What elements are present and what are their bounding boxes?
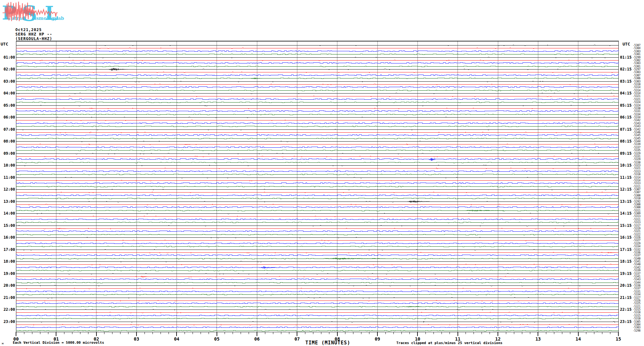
trace-offset-value: -5307 bbox=[633, 74, 640, 77]
psl-logo: P S L atras eismology ab bbox=[1, 0, 65, 24]
trace-offset-value: -5307 bbox=[633, 44, 640, 47]
hour-label-right: 21:15 bbox=[620, 295, 632, 300]
trace-offset-value: -5334 bbox=[633, 116, 640, 119]
utc-label-right: UTC bbox=[623, 42, 630, 46]
trace-offset-value: -5307 bbox=[633, 188, 640, 191]
trace-offset-value: -5302 bbox=[633, 59, 640, 62]
seismic-trace-row bbox=[16, 45, 618, 46]
seismic-trace-row bbox=[16, 120, 618, 121]
hour-label-left: 13:00 bbox=[4, 199, 15, 204]
seismic-trace-row bbox=[16, 195, 618, 195]
hour-label-left: 15:00 bbox=[4, 223, 15, 228]
trace-offset-value: -5313 bbox=[633, 182, 640, 185]
trace-offset-value: -5314 bbox=[633, 89, 640, 92]
seismic-trace-row bbox=[16, 279, 618, 280]
trace-offset-value: -5301 bbox=[633, 53, 640, 56]
trace-offset-value: -5339 bbox=[633, 269, 640, 272]
seismic-trace-row bbox=[16, 114, 618, 115]
seismic-trace-row bbox=[16, 324, 618, 325]
trace-offset-value: -5321 bbox=[633, 230, 640, 233]
trace-offset-value: -5336 bbox=[633, 251, 640, 254]
trace-offset-value: -5341 bbox=[633, 260, 640, 263]
seismic-trace-row bbox=[16, 297, 618, 298]
hour-label-right: 07:15 bbox=[620, 127, 632, 132]
hour-label-left: 22:00 bbox=[4, 307, 15, 312]
minute-label: 15 bbox=[616, 336, 621, 342]
seismic-trace-row bbox=[16, 225, 618, 226]
seismic-trace-row bbox=[16, 153, 618, 154]
seismic-trace-row bbox=[16, 72, 618, 73]
trace-offset-value: -5318 bbox=[633, 311, 640, 314]
trace-offset-value: -5337 bbox=[633, 287, 640, 290]
trace-offset-value: -5342 bbox=[633, 266, 640, 269]
seismic-trace-row bbox=[16, 219, 618, 219]
trace-offset-value: -5303 bbox=[633, 50, 640, 53]
trace-offset-value: -5321 bbox=[633, 167, 640, 170]
trace-offset-value: -5303 bbox=[633, 326, 640, 329]
seismic-trace-row bbox=[16, 327, 618, 328]
trace-offset-value: -5325 bbox=[633, 302, 640, 305]
hour-label-left: 23:00 bbox=[4, 319, 15, 324]
trace-offset-value: -5327 bbox=[633, 296, 640, 299]
trace-offset-value: -5324 bbox=[633, 104, 640, 107]
seismic-trace-row bbox=[16, 273, 618, 274]
seismic-trace-row bbox=[16, 81, 618, 82]
trace-offset-value: -5303 bbox=[633, 71, 640, 74]
hour-label-right: 01:15 bbox=[620, 55, 632, 60]
seismic-trace-row bbox=[16, 135, 618, 136]
trace-offset-value: -5311 bbox=[633, 185, 640, 188]
trace-offset-value: -5321 bbox=[633, 98, 640, 101]
hour-label-left: 18:00 bbox=[4, 259, 15, 264]
hour-label-left: 01:00 bbox=[4, 55, 15, 60]
trace-offset-value: -5342 bbox=[633, 128, 640, 131]
trace-offset-value: -5326 bbox=[633, 299, 640, 302]
trace-offset-value: -5304 bbox=[633, 47, 640, 50]
seismic-trace-row bbox=[16, 204, 618, 205]
hour-label-left: 07:00 bbox=[4, 127, 15, 132]
trace-offset-value: -5310 bbox=[633, 197, 640, 200]
trace-offset-value: -5301 bbox=[633, 65, 640, 68]
trace-offset-value: -5308 bbox=[633, 206, 640, 209]
hour-label-right: 08:15 bbox=[620, 139, 632, 144]
trace-offset-value: -5329 bbox=[633, 242, 640, 245]
seismic-trace-row bbox=[16, 75, 618, 75]
trace-offset-value: -5305 bbox=[633, 320, 640, 323]
trace-offset-value: -5334 bbox=[633, 293, 640, 296]
hour-label-left: 16:00 bbox=[4, 235, 15, 240]
helicorder-plot: 0001020304050607080910111213141501:0002:… bbox=[0, 0, 644, 346]
seismic-trace-row bbox=[16, 102, 618, 103]
logo-word-eismology: eismology bbox=[32, 16, 57, 21]
seismic-trace-row bbox=[16, 117, 618, 118]
seismic-trace-row bbox=[16, 252, 618, 253]
seismic-trace-row bbox=[16, 60, 618, 61]
seismic-event-burst bbox=[325, 258, 385, 260]
header-date: Oct21,2025 bbox=[15, 28, 42, 32]
seismic-trace-row bbox=[16, 183, 618, 184]
seismic-trace-row bbox=[16, 321, 618, 322]
clip-note: Traces clipped at plus/minus 25 vertical… bbox=[396, 341, 502, 345]
trace-offset-value: -5299 bbox=[633, 56, 640, 59]
minute-label: 03 bbox=[134, 336, 139, 342]
trace-offset-value: -5321 bbox=[633, 305, 640, 308]
trace-offset-value: -5310 bbox=[633, 83, 640, 86]
seismic-trace-row bbox=[16, 237, 618, 238]
seismic-trace-row bbox=[16, 168, 618, 169]
trace-offset-value: -5346 bbox=[633, 131, 640, 134]
seismic-trace-row bbox=[16, 99, 618, 99]
seismic-event-burst bbox=[108, 68, 128, 71]
hour-label-left: 03:00 bbox=[4, 79, 15, 84]
trace-offset-value: -5337 bbox=[633, 254, 640, 257]
trace-offset-value: -5331 bbox=[633, 110, 640, 113]
trace-offset-value: -5303 bbox=[633, 80, 640, 83]
hour-label-right: 06:15 bbox=[620, 115, 632, 119]
hour-label-left: 20:00 bbox=[4, 283, 15, 288]
seismic-trace-row bbox=[16, 66, 618, 67]
minute-label: 04 bbox=[174, 336, 179, 342]
seismic-trace-row bbox=[16, 90, 618, 91]
trace-offset-value: -5345 bbox=[633, 137, 640, 140]
seismic-trace-row bbox=[16, 330, 618, 331]
trace-offset-value: -5344 bbox=[633, 281, 640, 284]
seismic-trace-row bbox=[16, 246, 618, 247]
seismic-event-burst bbox=[90, 108, 95, 109]
hour-label-right: 12:15 bbox=[620, 187, 632, 192]
